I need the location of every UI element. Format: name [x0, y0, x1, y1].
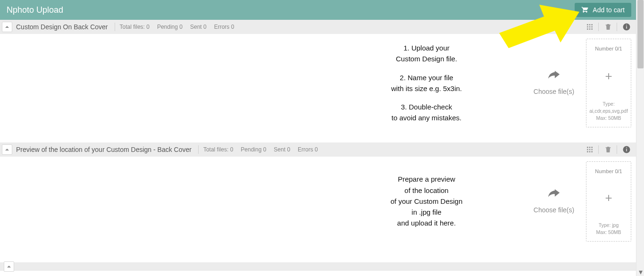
choose-files-label: Choose file(s): [534, 88, 574, 95]
add-to-cart-label: Add to cart: [593, 6, 625, 14]
instruction-line: of the location: [327, 185, 526, 196]
stat-errors: Errors 0: [298, 146, 318, 153]
choose-files-button[interactable]: Choose file(s): [526, 39, 582, 127]
dropzone-count: Number 0/1: [595, 168, 622, 174]
instruction-line: with its size e.g. 5x3in.: [327, 83, 526, 94]
svg-rect-4: [626, 149, 627, 151]
dropzone-meta: Type: ai,cdr,eps,svg,pdf Max: 50MB: [589, 100, 628, 122]
trash-icon[interactable]: [603, 22, 613, 32]
instruction-line: 1. Upload your: [327, 42, 526, 53]
section-header: Custom Design On Back Cover Total files:…: [0, 20, 636, 34]
section-title: Preview of the location of your Custom D…: [16, 146, 197, 153]
svg-rect-1: [626, 26, 627, 29]
instruction-line: to avoid any mistakes.: [327, 112, 526, 123]
empty-preview-area: [5, 161, 327, 242]
vertical-scrollbar[interactable]: ▴ ▾: [636, 0, 644, 276]
app-header: Nphoto Upload Add to cart: [0, 0, 636, 20]
upload-section: Custom Design On Back Cover Total files:…: [0, 20, 636, 132]
scrollbar-thumb[interactable]: [637, 0, 644, 68]
svg-rect-5: [626, 147, 627, 148]
empty-preview-area: [5, 39, 327, 127]
upload-section: Preview of the location of your Custom D…: [0, 142, 636, 246]
plus-icon: +: [605, 192, 612, 204]
section-header: Preview of the location of your Custom D…: [0, 142, 636, 157]
stat-pending: Pending 0: [241, 146, 266, 153]
stat-sent: Sent 0: [190, 24, 207, 30]
add-to-cart-button[interactable]: Add to cart: [575, 3, 631, 17]
divider: [198, 145, 199, 154]
stat-sent: Sent 0: [274, 146, 290, 153]
instruction-line: 3. Double-check: [327, 101, 526, 112]
instruction-line: and upload it here.: [327, 217, 526, 228]
dropzone-meta: Type: jpg Max: 50MB: [596, 222, 621, 236]
share-arrow-icon: [547, 189, 561, 203]
instruction-line: in .jpg file: [327, 207, 526, 217]
divider: [115, 23, 115, 31]
cart-icon: [581, 6, 589, 15]
section-header-peek: [0, 262, 636, 271]
app-title: Nphoto Upload: [7, 5, 63, 15]
scroll-down-button[interactable]: ▾: [636, 268, 644, 276]
choose-files-button[interactable]: Choose file(s): [526, 161, 582, 242]
collapse-toggle[interactable]: [4, 261, 14, 272]
section-title: Custom Design On Back Cover: [16, 23, 114, 31]
collapse-toggle[interactable]: [2, 22, 12, 32]
divider: [598, 145, 599, 154]
divider: [617, 23, 617, 31]
dropzone-count: Number 0/1: [595, 46, 622, 51]
instruction-line: Custom Design file.: [327, 53, 526, 64]
section-body: Prepare a preview of the location of you…: [0, 157, 636, 246]
divider: [598, 23, 599, 31]
section-body: 1. Upload your Custom Design file. 2. Na…: [0, 34, 636, 132]
instruction-line: of your Custom Design: [327, 196, 526, 207]
trash-icon[interactable]: [603, 145, 613, 154]
divider: [617, 145, 617, 154]
grid-icon[interactable]: [585, 22, 594, 32]
grid-icon[interactable]: [585, 145, 594, 154]
stat-pending: Pending 0: [157, 24, 183, 30]
file-dropzone[interactable]: Number 0/1 + Type: ai,cdr,eps,svg,pdf Ma…: [586, 39, 631, 127]
stat-total: Total files: 0: [120, 24, 150, 30]
file-dropzone[interactable]: Number 0/1 + Type: jpg Max: 50MB: [586, 161, 631, 242]
stat-total: Total files: 0: [203, 146, 233, 153]
choose-files-label: Choose file(s): [534, 206, 574, 214]
stat-errors: Errors 0: [214, 24, 234, 30]
instructions: 1. Upload your Custom Design file. 2. Na…: [327, 39, 526, 127]
svg-rect-2: [626, 25, 627, 26]
instructions: Prepare a preview of the location of you…: [327, 161, 526, 242]
info-icon[interactable]: [622, 145, 631, 154]
instruction-line: Prepare a preview: [327, 174, 526, 184]
instruction-line: 2. Name your file: [327, 72, 526, 83]
collapse-toggle[interactable]: [2, 144, 12, 155]
share-arrow-icon: [547, 70, 561, 85]
plus-icon: +: [605, 70, 612, 82]
info-icon[interactable]: [622, 22, 631, 32]
